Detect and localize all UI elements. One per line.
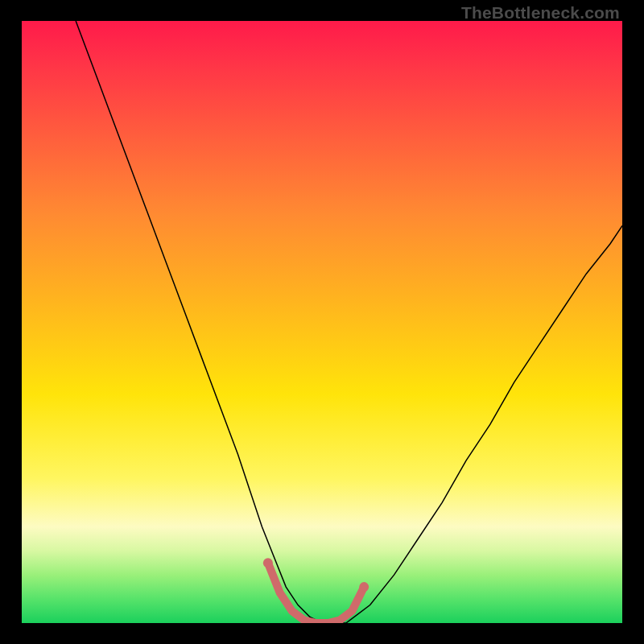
- attribution-watermark: TheBottleneck.com: [461, 3, 620, 23]
- series-optimal-highlight: [268, 563, 364, 623]
- chart-svg: [22, 21, 622, 623]
- plot-area: [22, 21, 622, 623]
- chart-frame: TheBottleneck.com: [0, 0, 644, 644]
- highlight-endpoint: [263, 558, 273, 568]
- highlight-endpoint: [359, 582, 369, 592]
- series-bottleneck-curve: [76, 21, 622, 623]
